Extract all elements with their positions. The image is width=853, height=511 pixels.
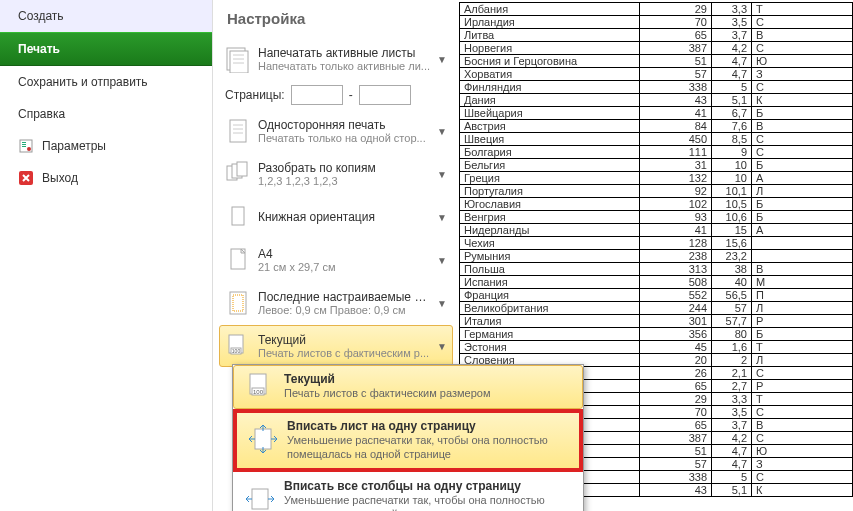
paper-icon xyxy=(222,242,254,278)
fit-columns-icon xyxy=(240,477,280,511)
table-row: Греция13210А xyxy=(460,172,853,185)
option-orientation[interactable]: Книжная ориентация ▼ xyxy=(219,196,453,238)
dd-fit-page[interactable]: Вписать лист на одну страницу Уменьшение… xyxy=(233,409,583,472)
margins-icon xyxy=(222,285,254,321)
chevron-down-icon: ▼ xyxy=(434,298,450,309)
option-sub: Напечатать только активные ли... xyxy=(258,60,430,72)
table-row: Румыния23823,2 xyxy=(460,250,853,263)
svg-rect-29 xyxy=(252,489,268,509)
scaling-dropdown: 100 Текущий Печать листов с фактическим … xyxy=(232,364,584,511)
svg-rect-3 xyxy=(22,146,26,147)
option-title: Книжная ориентация xyxy=(258,210,430,224)
option-title: Односторонняя печать xyxy=(258,118,430,132)
option-margins[interactable]: Последние настраиваемые поля Левое: 0,9 … xyxy=(219,282,453,324)
section-title: Настройка xyxy=(217,4,455,37)
sidebar-options[interactable]: Параметры xyxy=(0,130,212,162)
page-icon xyxy=(222,113,254,149)
sidebar-create[interactable]: Создать xyxy=(0,0,212,32)
svg-rect-11 xyxy=(230,120,246,142)
dd-sub: Печать листов с фактическим размером xyxy=(284,386,572,400)
dd-fit-columns[interactable]: Вписать все столбцы на одну страницу Уме… xyxy=(233,472,583,511)
option-collate[interactable]: Разобрать по копиям 1,2,3 1,2,3 1,2,3 ▼ xyxy=(219,153,453,195)
table-row: Литва653,7В xyxy=(460,29,853,42)
option-paper[interactable]: A4 21 см x 29,7 см ▼ xyxy=(219,239,453,281)
chevron-down-icon: ▼ xyxy=(434,212,450,223)
svg-rect-17 xyxy=(237,162,247,176)
table-row: Италия30157,7Р xyxy=(460,315,853,328)
table-row: Польша31338В xyxy=(460,263,853,276)
table-row: Австрия847,6В xyxy=(460,120,853,133)
option-title: A4 xyxy=(258,247,430,261)
table-row: Албания293,3Т xyxy=(460,3,853,16)
dd-current[interactable]: 100 Текущий Печать листов с фактическим … xyxy=(233,365,583,409)
option-sub: 1,2,3 1,2,3 1,2,3 xyxy=(258,175,430,187)
svg-rect-1 xyxy=(22,142,26,143)
exit-icon xyxy=(18,170,34,186)
options-icon xyxy=(18,138,34,154)
svg-rect-2 xyxy=(22,144,26,145)
option-one-sided[interactable]: Односторонняя печать Печатать только на … xyxy=(219,110,453,152)
chevron-down-icon: ▼ xyxy=(434,54,450,65)
table-row: Испания50840М xyxy=(460,276,853,289)
dd-sub: Уменьшение распечатки так, чтобы она пол… xyxy=(287,433,569,462)
table-row: Великобритания24457Л xyxy=(460,302,853,315)
page-from-input[interactable] xyxy=(291,85,343,105)
sidebar-exit[interactable]: Выход xyxy=(0,162,212,194)
table-row: Ирландия703,5С xyxy=(460,16,853,29)
table-row: Эстония451,6Т xyxy=(460,341,853,354)
chevron-down-icon: ▼ xyxy=(434,341,450,352)
svg-point-4 xyxy=(27,147,31,151)
table-row: Чехия12815,6 xyxy=(460,237,853,250)
pages-label: Страницы: xyxy=(225,88,285,102)
table-row: Нидерланды4115А xyxy=(460,224,853,237)
table-row: Швейцария416,7Б xyxy=(460,107,853,120)
chevron-down-icon: ▼ xyxy=(434,255,450,266)
sidebar-help[interactable]: Справка xyxy=(0,98,212,130)
sidebar-save-send[interactable]: Сохранить и отправить xyxy=(0,66,212,98)
option-sub: 21 см x 29,7 см xyxy=(258,261,430,273)
table-row: Финляндия3385С xyxy=(460,81,853,94)
scaling-icon: 100 xyxy=(240,370,280,404)
sheets-icon xyxy=(222,41,254,77)
option-sub: Левое: 0,9 см Правое: 0,9 см xyxy=(258,304,430,316)
option-title: Последние настраиваемые поля xyxy=(258,290,430,304)
table-row: Венгрия9310,6Б xyxy=(460,211,853,224)
svg-text:100: 100 xyxy=(232,348,241,354)
sidebar-options-label: Параметры xyxy=(42,139,106,153)
svg-rect-18 xyxy=(232,207,244,225)
collate-icon xyxy=(222,156,254,192)
table-row: Дания435,1К xyxy=(460,94,853,107)
dd-title: Вписать все столбцы на одну страницу xyxy=(284,479,572,493)
option-sub: Печатать только на одной стор... xyxy=(258,132,430,144)
table-row: Югославия10210,5Б xyxy=(460,198,853,211)
dd-title: Текущий xyxy=(284,372,572,386)
svg-rect-28 xyxy=(255,429,271,449)
page-to-input[interactable] xyxy=(359,85,411,105)
scaling-icon: 100 xyxy=(222,328,254,364)
table-row: Хорватия574,7З xyxy=(460,68,853,81)
fit-page-icon xyxy=(243,417,283,464)
table-row: Франция55256,5П xyxy=(460,289,853,302)
svg-text:100: 100 xyxy=(253,389,264,395)
option-title: Разобрать по копиям xyxy=(258,161,430,175)
chevron-down-icon: ▼ xyxy=(434,126,450,137)
table-row: Бельгия3110Б xyxy=(460,159,853,172)
sidebar-print[interactable]: Печать xyxy=(0,32,212,66)
table-row: Норвегия3874,2С xyxy=(460,42,853,55)
option-title: Текущий xyxy=(258,333,430,347)
dd-title: Вписать лист на одну страницу xyxy=(287,419,569,433)
svg-rect-7 xyxy=(230,51,248,73)
option-sub: Печать листов с фактическим р... xyxy=(258,347,430,359)
table-row: Швеция4508,5С xyxy=(460,133,853,146)
portrait-icon xyxy=(222,199,254,235)
dd-sub: Уменьшение распечатки так, чтобы она пол… xyxy=(284,493,572,511)
option-title: Напечатать активные листы xyxy=(258,46,430,60)
table-row: Германия35680Б xyxy=(460,328,853,341)
option-scaling[interactable]: 100 Текущий Печать листов с фактическим … xyxy=(219,325,453,367)
table-row: Португалия9210,1Л xyxy=(460,185,853,198)
chevron-down-icon: ▼ xyxy=(434,169,450,180)
sidebar-exit-label: Выход xyxy=(42,171,78,185)
option-print-active[interactable]: Напечатать активные листы Напечатать тол… xyxy=(219,38,453,80)
table-row: Босния и Герцоговина514,7Ю xyxy=(460,55,853,68)
table-row: Болгария1119С xyxy=(460,146,853,159)
